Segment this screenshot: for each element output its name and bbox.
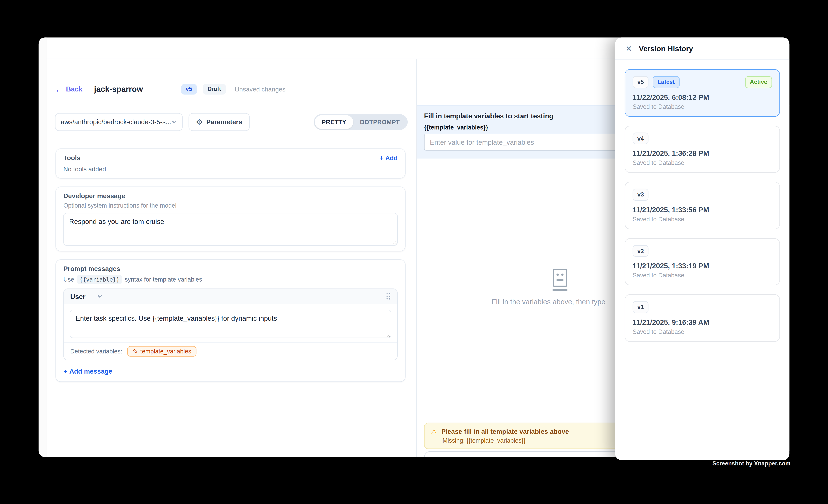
version-number-badge: v2 <box>633 245 649 257</box>
back-label: Back <box>66 84 82 95</box>
version-number-badge: v4 <box>633 132 649 144</box>
warning-icon: ⚠ <box>431 428 437 435</box>
developer-message-subtitle: Optional system instructions for the mod… <box>64 202 398 209</box>
message-header: User <box>64 289 397 304</box>
version-card[interactable]: v3 11/21/2025, 1:33:56 PM Saved to Datab… <box>625 182 780 229</box>
template-syntax-hint: Use {{variable}} syntax for template var… <box>64 275 398 284</box>
warning-title: Please fill in all template variables ab… <box>441 428 569 435</box>
message-block: User Enter task specifics. Use {{templat… <box>64 289 398 361</box>
detected-variables-row: Detected variables: ✎ template_variables <box>64 342 397 360</box>
view-mode-toggle: PRETTY DOTPROMPT <box>314 114 408 130</box>
version-storage: Saved to Database <box>633 328 772 335</box>
left-rail <box>39 37 46 457</box>
tools-card: Tools + Add No tools added <box>55 149 406 179</box>
drag-handle-icon[interactable] <box>386 293 391 300</box>
version-number-badge: v5 <box>633 76 649 88</box>
version-storage: Saved to Database <box>633 160 772 166</box>
plus-icon: + <box>64 368 67 375</box>
model-toolbar: aws/anthropic/bedrock-claude-3-5-s... ⚙ … <box>46 113 416 136</box>
breadcrumb: ← Back jack-sparrow v5 Draft Unsaved cha… <box>46 59 416 95</box>
version-number-badge: v3 <box>633 188 649 201</box>
version-storage: Saved to Database <box>633 216 772 222</box>
version-timestamp: 11/21/2025, 1:36:28 PM <box>633 150 772 157</box>
watermark: Screenshot by Xnapper.com <box>712 460 791 467</box>
version-history-header: ✕ Version History <box>615 37 789 60</box>
version-card[interactable]: v2 11/21/2025, 1:33:19 PM Saved to Datab… <box>625 238 780 285</box>
plus-icon: + <box>380 154 383 162</box>
status-badge: Draft <box>203 84 226 94</box>
active-badge: Active <box>745 76 772 88</box>
version-timestamp: 11/21/2025, 1:33:19 PM <box>633 262 772 270</box>
back-button[interactable]: ← Back <box>55 84 82 95</box>
screenshot-stage: ← Back jack-sparrow v5 Draft Unsaved cha… <box>0 0 828 504</box>
version-number-badge: v1 <box>633 301 649 313</box>
template-variable-chip[interactable]: ✎ template_variables <box>128 346 197 356</box>
parameters-button[interactable]: ⚙ Parameters <box>189 113 250 131</box>
version-history-title: Version History <box>639 44 693 52</box>
chevron-down-icon <box>172 119 177 125</box>
chevron-down-icon <box>97 294 102 299</box>
back-arrow-icon: ← <box>55 85 63 93</box>
gear-icon: ⚙ <box>196 118 203 126</box>
version-timestamp: 11/22/2025, 6:08:12 PM <box>633 93 772 101</box>
role-select[interactable]: User <box>70 292 102 300</box>
developer-message-card: Developer message Optional system instru… <box>55 186 406 251</box>
prompt-messages-card: Prompt messages Use {{variable}} syntax … <box>55 259 406 382</box>
variable-syntax-chip: {{variable}} <box>77 275 122 284</box>
model-select[interactable]: aws/anthropic/bedrock-claude-3-5-s... <box>55 113 183 131</box>
prompt-editor-pane: ← Back jack-sparrow v5 Draft Unsaved cha… <box>46 59 417 457</box>
add-message-button[interactable]: + Add message <box>64 368 398 375</box>
version-card[interactable]: v4 11/21/2025, 1:36:28 PM Saved to Datab… <box>625 126 780 173</box>
page-title: jack-sparrow <box>94 84 143 95</box>
toggle-pretty[interactable]: PRETTY <box>315 115 353 129</box>
empty-state <box>551 268 570 294</box>
robot-icon <box>551 268 570 292</box>
version-timestamp: 11/21/2025, 9:16:39 AM <box>633 318 772 326</box>
add-tool-button[interactable]: + Add <box>380 154 398 162</box>
version-storage: Saved to Database <box>633 103 772 110</box>
toggle-dotprompt[interactable]: DOTPROMPT <box>353 115 407 129</box>
tools-empty-label: No tools added <box>64 165 398 173</box>
message-input[interactable]: Enter task specifics. Use {{template_var… <box>70 309 391 338</box>
version-timestamp: 11/21/2025, 1:33:56 PM <box>633 206 772 214</box>
empty-state-text: Fill in the variables above, then type <box>492 298 605 306</box>
developer-message-input[interactable]: Respond as you are tom cruise <box>64 213 398 246</box>
version-list: v5 Latest Active 11/22/2025, 6:08:12 PM … <box>615 60 789 342</box>
close-icon[interactable]: ✕ <box>626 45 632 52</box>
model-select-value: aws/anthropic/bedrock-claude-3-5-s... <box>61 118 172 126</box>
pencil-icon: ✎ <box>133 348 138 354</box>
version-card[interactable]: v1 11/21/2025, 9:16:39 AM Saved to Datab… <box>625 294 780 342</box>
prompt-messages-title: Prompt messages <box>64 265 398 272</box>
detected-variables-label: Detected variables: <box>70 348 122 354</box>
version-card[interactable]: v5 Latest Active 11/22/2025, 6:08:12 PM … <box>625 69 780 117</box>
version-badge: v5 <box>181 84 197 94</box>
latest-badge: Latest <box>653 76 679 88</box>
role-select-value: User <box>70 292 85 300</box>
tools-title: Tools <box>64 154 81 162</box>
unsaved-changes-label: Unsaved changes <box>235 84 286 95</box>
version-storage: Saved to Database <box>633 272 772 279</box>
developer-message-title: Developer message <box>64 192 398 200</box>
version-history-panel: ✕ Version History v5 Latest Active 11/22… <box>615 37 789 460</box>
